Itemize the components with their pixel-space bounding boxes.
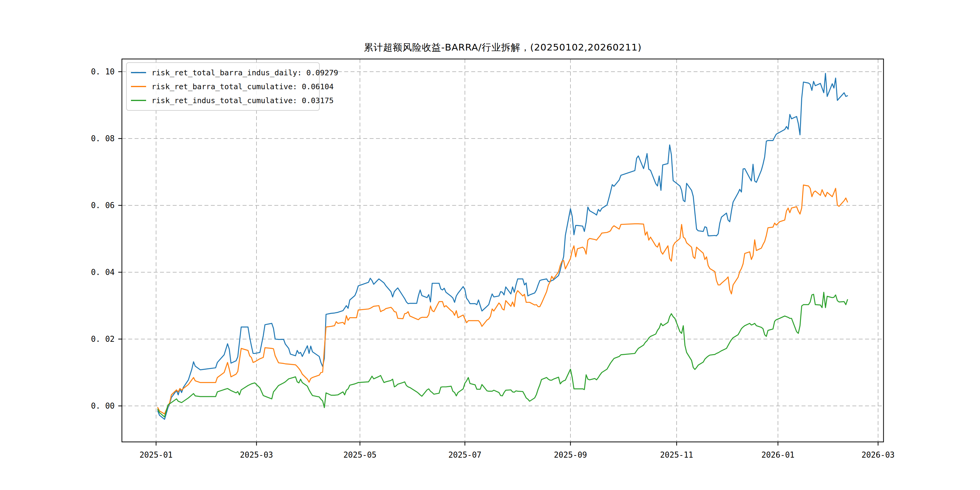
- legend-item-label: risk_ret_total_barra_indus_daily: 0.0927…: [151, 68, 338, 77]
- series-line-risk_ret_indus_total_cumulative: [158, 292, 848, 417]
- x-tick-label: 2025-11: [660, 450, 693, 460]
- x-tick-label: 2026-03: [861, 450, 895, 460]
- legend-line-swatch: [131, 86, 146, 87]
- legend: risk_ret_total_barra_indus_daily: 0.0927…: [126, 62, 320, 111]
- x-tick-label: 2025-07: [448, 450, 482, 460]
- y-tick-label: 0. 02: [91, 334, 115, 344]
- legend-item: risk_ret_barra_total_cumulative: 0.06104: [131, 81, 313, 92]
- x-tick-label: 2025-09: [554, 450, 587, 460]
- y-tick-label: 0. 08: [91, 134, 115, 143]
- legend-item: risk_ret_total_barra_indus_daily: 0.0927…: [131, 67, 313, 78]
- legend-line-swatch: [131, 100, 146, 101]
- legend-item-label: risk_ret_barra_total_cumulative: 0.06104: [151, 82, 334, 91]
- axes-frame: [122, 59, 883, 442]
- x-tick-label: 2025-05: [343, 450, 377, 460]
- x-tick-label: 2025-03: [240, 450, 273, 460]
- y-tick-label: 0. 06: [91, 201, 115, 210]
- series-line-risk_ret_barra_total_cumulative: [158, 185, 848, 414]
- legend-item: risk_ret_indus_total_cumulative: 0.03175: [131, 95, 313, 106]
- x-tick-label: 2025-01: [140, 450, 173, 460]
- chart-figure: 累计超额风险收益-BARRA/行业拆解，(20250102,20260211) …: [0, 0, 980, 490]
- series-line-risk_ret_total_barra_indus_daily: [158, 73, 848, 420]
- y-tick-label: 0. 10: [91, 67, 115, 76]
- y-tick-label: 0. 00: [91, 401, 115, 410]
- x-tick-label: 2026-01: [761, 450, 795, 460]
- y-tick-label: 0. 04: [91, 268, 115, 277]
- legend-item-label: risk_ret_indus_total_cumulative: 0.03175: [151, 96, 334, 105]
- legend-line-swatch: [131, 72, 146, 73]
